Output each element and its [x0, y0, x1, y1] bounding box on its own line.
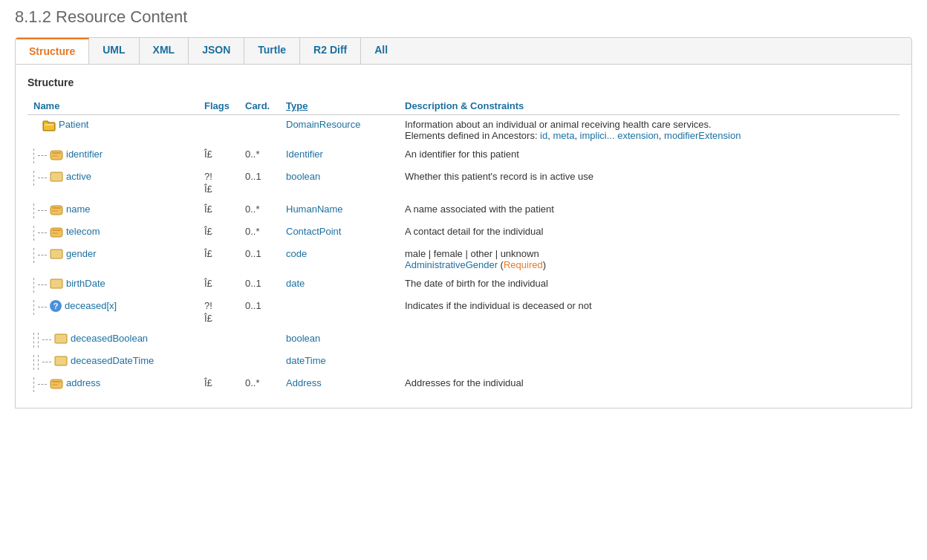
tab-content-structure: Structure Name Flags Card. Type Descript…: [15, 65, 912, 408]
ancestor-meta-link[interactable]: meta: [553, 130, 574, 141]
svg-rect-12: [52, 229, 61, 231]
patient-icon: [42, 120, 56, 131]
active-card: 0..1: [239, 167, 280, 200]
name-cell-gender: gender: [33, 248, 192, 263]
deceased-datetime-desc: [399, 351, 900, 374]
deceased-boolean-type-link[interactable]: boolean: [286, 333, 320, 344]
active-type-link[interactable]: boolean: [286, 171, 320, 182]
name-type-link[interactable]: HumanName: [286, 204, 343, 215]
identifier-flags: Î£: [198, 145, 239, 167]
name-cell-telecom: telecom: [33, 226, 192, 241]
ancestor-id-link[interactable]: id: [540, 130, 547, 141]
telecom-flags: Î£: [198, 222, 239, 244]
patient-link[interactable]: Patient: [59, 119, 88, 130]
name-cell-active: active: [33, 171, 192, 186]
active-flags: ?!Î£: [198, 167, 239, 200]
deceased-boolean-card: [239, 329, 280, 351]
deceased-card: 0..1: [239, 296, 280, 329]
deceased-boolean-desc: [399, 329, 900, 351]
table-row: Patient DomainResource Information about…: [27, 115, 900, 146]
svg-rect-6: [52, 155, 58, 157]
patient-type-link[interactable]: DomainResource: [286, 119, 360, 130]
telecom-type-link[interactable]: ContactPoint: [286, 226, 341, 237]
svg-rect-3: [45, 124, 53, 126]
active-link[interactable]: active: [66, 171, 91, 182]
table-row: active ?!Î£ 0..1 boolean Whether this pa…: [27, 167, 900, 200]
tab-turtle[interactable]: Turtle: [244, 38, 300, 64]
telecom-icon: [50, 227, 63, 238]
svg-rect-10: [52, 210, 58, 212]
name-card: 0..*: [239, 200, 280, 222]
telecom-card: 0..*: [239, 222, 280, 244]
tab-bar: Structure UML XML JSON Turtle R2 Diff Al…: [15, 37, 912, 65]
svg-rect-9: [52, 207, 61, 209]
name-desc: A name associated with the patient: [399, 200, 900, 222]
table-row: deceasedDateTime dateTime: [27, 351, 900, 374]
birthdate-type-link[interactable]: date: [286, 278, 305, 289]
administrative-gender-link[interactable]: AdministrativeGender: [405, 259, 498, 270]
svg-rect-13: [52, 232, 58, 234]
tab-json[interactable]: JSON: [189, 38, 244, 64]
deceased-datetime-flags: [198, 351, 239, 374]
tab-xml[interactable]: XML: [140, 38, 189, 64]
name-cell-birthdate: birthDate: [33, 278, 192, 293]
identifier-link[interactable]: identifier: [66, 149, 103, 160]
table-row: address Î£ 0..* Address Addresses for th…: [27, 374, 900, 396]
gender-desc: male | female | other | unknown Administ…: [399, 244, 900, 274]
identifier-type-link[interactable]: Identifier: [286, 149, 323, 160]
table-row: gender Î£ 0..1 code male | female | othe…: [27, 244, 900, 274]
deceased-desc: Indicates if the individual is deceased …: [399, 296, 900, 329]
deceased-link[interactable]: deceased[x]: [65, 300, 117, 311]
deceased-datetime-link[interactable]: deceasedDateTime: [71, 355, 154, 366]
col-card: Card.: [239, 97, 280, 115]
svg-rect-19: [52, 381, 61, 382]
active-desc: Whether this patient's record is in acti…: [399, 167, 900, 200]
page-title: 8.1.2 Resource Content: [15, 7, 912, 27]
gender-icon: [50, 249, 63, 261]
identifier-card: 0..*: [239, 145, 280, 167]
deceased-datetime-type-link[interactable]: dateTime: [286, 355, 326, 366]
table-row: telecom Î£ 0..* ContactPoint A contact d…: [27, 222, 900, 244]
telecom-link[interactable]: telecom: [66, 226, 100, 237]
tab-uml[interactable]: UML: [89, 38, 139, 64]
name-cell-deceased-datetime: deceasedDateTime: [33, 355, 192, 370]
birthdate-icon: [50, 279, 63, 290]
ancestor-implicitrules-link[interactable]: implici...: [580, 130, 615, 141]
gender-type-link[interactable]: code: [286, 248, 307, 259]
svg-rect-17: [55, 356, 67, 365]
ancestor-extension-link[interactable]: extension: [617, 130, 659, 141]
address-flags: Î£: [198, 374, 239, 396]
table-row: birthDate Î£ 0..1 date The date of birth…: [27, 274, 900, 296]
address-link[interactable]: address: [66, 377, 100, 388]
svg-rect-15: [51, 279, 62, 288]
col-flags: Flags: [198, 97, 239, 115]
birthdate-link[interactable]: birthDate: [66, 278, 105, 289]
name-cell-name: name: [33, 204, 192, 218]
tab-structure[interactable]: Structure: [16, 38, 89, 65]
identifier-icon: [50, 149, 63, 161]
required-link[interactable]: Required: [504, 259, 543, 270]
birthdate-flags: Î£: [198, 274, 239, 296]
col-type: Type: [280, 97, 399, 115]
tab-r2diff[interactable]: R2 Diff: [300, 38, 361, 64]
patient-desc: Information about an individual or anima…: [399, 115, 900, 146]
deceased-boolean-link[interactable]: deceasedBoolean: [71, 333, 148, 344]
name-cell-address: address: [33, 377, 192, 392]
deceased-type: [280, 296, 399, 329]
svg-rect-16: [55, 334, 67, 343]
gender-link[interactable]: gender: [66, 248, 96, 259]
address-desc: Addresses for the individual: [399, 374, 900, 396]
tab-all[interactable]: All: [361, 38, 401, 64]
name-link[interactable]: name: [66, 204, 91, 215]
deceased-boolean-flags: [198, 329, 239, 351]
patient-flags: [198, 115, 239, 146]
structure-heading: Structure: [27, 76, 900, 88]
name-cell-identifier: identifier: [33, 149, 192, 163]
ancestor-modifierext-link[interactable]: modifierExtension: [664, 130, 741, 141]
col-desc: Description & Constraints: [399, 97, 900, 115]
address-type-link[interactable]: Address: [286, 377, 322, 388]
birthdate-card: 0..1: [239, 274, 280, 296]
structure-table: Name Flags Card. Type Description & Cons…: [27, 97, 900, 396]
deceased-flags: ?!Î£: [198, 296, 239, 329]
svg-rect-5: [52, 152, 61, 154]
